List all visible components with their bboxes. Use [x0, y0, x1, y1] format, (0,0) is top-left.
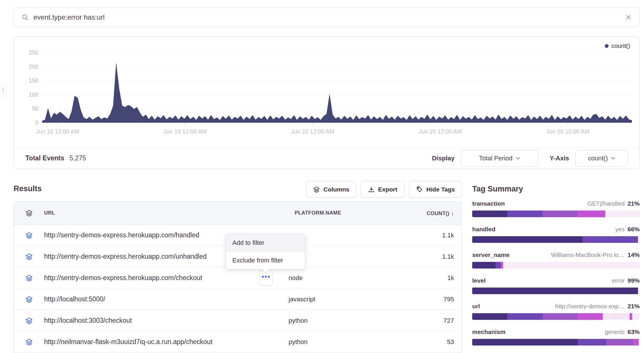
yaxis-dropdown[interactable]: count()	[575, 150, 628, 167]
stack-icon[interactable]	[25, 296, 33, 303]
tag-bar-segment[interactable]	[633, 339, 639, 346]
platform-cell[interactable]: javascript	[289, 296, 315, 303]
column-header-platform[interactable]: PLATFORM.NAME	[286, 210, 350, 216]
tag-name[interactable]: mechanism	[472, 328, 506, 335]
chart-legend[interactable]: count()	[605, 42, 630, 49]
column-header-count[interactable]: COUNT() ↓	[427, 210, 454, 217]
column-header-url[interactable]: URL	[44, 210, 55, 216]
tag-bar-segment[interactable]	[496, 262, 500, 268]
url-cell[interactable]: http://localhost:5000/	[44, 295, 105, 303]
clear-search-icon[interactable]	[625, 14, 632, 21]
stack-icon[interactable]	[25, 274, 33, 282]
search-icon	[21, 14, 29, 21]
tag-name[interactable]: url	[472, 303, 480, 310]
x-axis-tick-label: Jun 19 12:00 AM	[148, 128, 223, 135]
tag-bar-segment[interactable]	[578, 339, 606, 346]
tag-top-value: http://sentry-demos-exp…	[555, 303, 625, 310]
url-cell[interactable]: http://neilmanvar-flask-m3uuizd7iq-uc.a.…	[44, 338, 212, 346]
tag-bar-segment[interactable]	[605, 211, 640, 217]
url-cell[interactable]: http://sentry-demos-express.herokuapp.co…	[44, 274, 202, 282]
stack-icon[interactable]	[25, 338, 33, 346]
tag-bar-segment[interactable]	[578, 211, 605, 217]
stack-icon	[313, 186, 320, 193]
tag-distribution-bar[interactable]	[472, 288, 640, 294]
menu-item-add-to-filter[interactable]: Add to filter	[226, 234, 305, 251]
stack-icon[interactable]	[25, 232, 33, 239]
tag-bar-segment[interactable]	[472, 211, 507, 217]
tag-summary-entry: urlhttp://sentry-demos-exp…21%	[472, 303, 640, 320]
tag-bar-segment[interactable]	[543, 211, 578, 217]
columns-button-label: Columns	[323, 186, 349, 193]
tag-name[interactable]: transaction	[472, 200, 505, 207]
tag-distribution-bar[interactable]	[472, 236, 640, 243]
hide-tags-button[interactable]: Hide Tags	[409, 181, 462, 198]
stack-icon[interactable]	[25, 253, 33, 260]
total-events-label: Total Events	[25, 154, 64, 162]
tag-distribution-bar[interactable]	[472, 262, 640, 268]
tag-bar-segment[interactable]	[472, 288, 638, 294]
tag-name[interactable]: level	[472, 277, 486, 284]
display-dropdown[interactable]: Total Period	[461, 150, 538, 167]
sidebar-collapse-handle[interactable]	[0, 84, 6, 97]
tag-bar-segment[interactable]	[472, 313, 507, 320]
tag-bar-segment[interactable]	[638, 236, 640, 243]
cell-actions-context-menu: Add to filter Exclude from filter	[226, 234, 305, 269]
tag-bar-segment[interactable]	[472, 339, 578, 346]
tag-distribution-bar[interactable]	[472, 211, 640, 217]
tag-summary-entry: handledyes66%	[472, 226, 640, 243]
count-cell[interactable]: 727	[443, 317, 454, 324]
tag-name[interactable]: server_name	[472, 251, 510, 258]
platform-cell[interactable]: python	[289, 317, 308, 324]
tag-bar-segment[interactable]	[503, 262, 640, 268]
url-cell[interactable]: http://sentry-demos-express.herokuapp.co…	[44, 231, 229, 239]
tag-bar-segment[interactable]	[632, 313, 640, 320]
search-bar[interactable]: event.type:error has:url	[14, 7, 640, 27]
tag-bar-segment[interactable]	[472, 236, 583, 243]
tag-summary-entry: levelerror99%	[472, 277, 640, 294]
count-cell[interactable]: 1.1k	[442, 232, 454, 239]
download-icon	[368, 186, 375, 193]
table-row: http://neilmanvar-flask-m3uuizd7iq-uc.a.…	[14, 331, 462, 353]
tag-bar-segment[interactable]	[472, 262, 496, 268]
events-area-chart[interactable]	[42, 52, 632, 127]
tag-bar-segment[interactable]	[603, 313, 630, 320]
display-value: Total Period	[479, 155, 513, 162]
export-button[interactable]: Export	[361, 181, 404, 198]
tag-top-value: Williams-MacBook-Pro.lo…	[551, 251, 625, 258]
tag-name[interactable]: handled	[472, 226, 496, 233]
tag-bar-segment[interactable]	[630, 313, 632, 320]
platform-cell[interactable]: node	[289, 274, 303, 282]
tag-bar-segment[interactable]	[578, 313, 603, 320]
columns-button[interactable]: Columns	[306, 181, 356, 198]
count-cell[interactable]: 53	[447, 338, 454, 346]
y-axis-tick-label: 100	[11, 91, 38, 98]
tag-summary-list: transactionGET|/handled21%handledyes66%s…	[472, 200, 640, 353]
tag-distribution-bar[interactable]	[472, 313, 640, 320]
tag-icon	[416, 186, 423, 193]
stack-icon[interactable]	[25, 317, 33, 324]
tag-top-percent: 14%	[628, 251, 640, 258]
x-axis-tick-label: Jun 16 12:00 AM	[20, 128, 95, 135]
table-row: http://localhost:3003/checkoutpython727	[14, 310, 462, 331]
url-cell[interactable]: http://sentry-demos-express.herokuapp.co…	[44, 253, 229, 260]
tag-bar-segment[interactable]	[638, 288, 640, 294]
count-cell[interactable]: 795	[443, 296, 454, 303]
tag-bar-segment[interactable]	[507, 211, 543, 217]
tag-bar-segment[interactable]	[639, 339, 640, 346]
tag-bar-segment[interactable]	[501, 262, 503, 268]
stack-icon[interactable]	[25, 209, 33, 217]
tag-bar-segment[interactable]	[507, 313, 543, 320]
search-input[interactable]: event.type:error has:url	[33, 13, 625, 21]
platform-cell[interactable]: python	[289, 338, 308, 346]
count-cell[interactable]: 1k	[447, 274, 454, 282]
y-axis-tick-label: 50	[11, 105, 38, 112]
tag-bar-segment[interactable]	[583, 236, 638, 243]
tag-top-value: GET|/handled	[587, 200, 625, 207]
url-cell[interactable]: http://localhost:3003/checkout	[44, 317, 132, 324]
legend-label: count()	[611, 42, 630, 49]
tag-bar-segment[interactable]	[606, 339, 633, 346]
tag-top-value: yes	[615, 226, 625, 233]
tag-bar-segment[interactable]	[543, 313, 578, 320]
tag-distribution-bar[interactable]	[472, 339, 640, 346]
count-cell[interactable]: 1.1k	[442, 253, 454, 260]
